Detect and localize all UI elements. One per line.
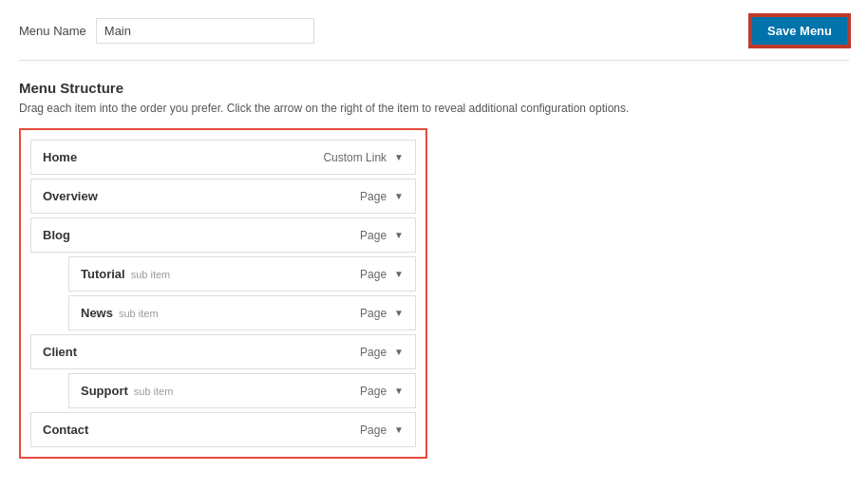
menu-item-name: Support (81, 384, 128, 398)
menu-name-left: Menu Name (19, 18, 314, 44)
chevron-down-icon[interactable]: ▼ (394, 230, 404, 240)
menu-item-type: Page (360, 268, 387, 281)
menu-item-right: Page ▼ (360, 190, 404, 203)
menu-item-name: Client (43, 345, 77, 359)
menu-item-left: Blog (43, 228, 70, 242)
menu-item-left: News sub item (81, 306, 159, 320)
menu-item-right: Page ▼ (360, 229, 404, 242)
menu-item-tutorial[interactable]: Tutorial sub item Page ▼ (68, 256, 416, 292)
menu-container: Home Custom Link ▼ Overview Page ▼ Blog (19, 128, 427, 459)
chevron-down-icon[interactable]: ▼ (394, 269, 404, 279)
menu-item-client[interactable]: Client Page ▼ (30, 334, 416, 369)
menu-item-right: Page ▼ (360, 268, 404, 281)
menu-item-news[interactable]: News sub item Page ▼ (68, 295, 416, 330)
chevron-down-icon[interactable]: ▼ (394, 424, 404, 435)
menu-item-name: News (81, 306, 113, 320)
menu-item-name: Contact (43, 423, 88, 437)
chevron-down-icon[interactable]: ▼ (394, 191, 404, 201)
menu-structure-title: Menu Structure (19, 80, 849, 96)
menu-item-support[interactable]: Support sub item Page ▼ (68, 373, 416, 408)
menu-name-label: Menu Name (19, 24, 86, 38)
menu-item-name: Home (43, 150, 77, 164)
menu-item-type: Page (360, 346, 387, 359)
menu-item-right: Custom Link ▼ (323, 151, 404, 164)
menu-item-type: Page (360, 424, 387, 437)
menu-item-overview[interactable]: Overview Page ▼ (30, 179, 416, 214)
menu-item-home[interactable]: Home Custom Link ▼ (30, 140, 416, 175)
menu-item-right: Page ▼ (360, 385, 404, 398)
chevron-down-icon[interactable]: ▼ (394, 308, 404, 318)
menu-item-type: Custom Link (323, 151, 387, 164)
menu-item-left: Support sub item (81, 384, 173, 398)
menu-item-tag: sub item (134, 386, 174, 397)
menu-item-left: Tutorial sub item (81, 267, 170, 281)
menu-item-right: Page ▼ (360, 424, 404, 437)
menu-item-left: Overview (43, 189, 98, 203)
menu-item-blog[interactable]: Blog Page ▼ (30, 217, 416, 253)
menu-item-name: Blog (43, 228, 70, 242)
menu-item-type: Page (360, 307, 387, 320)
chevron-down-icon[interactable]: ▼ (394, 152, 404, 162)
chevron-down-icon[interactable]: ▼ (394, 347, 404, 357)
save-menu-button[interactable]: Save Menu (750, 15, 849, 47)
menu-item-name: Tutorial (81, 267, 125, 281)
menu-item-right: Page ▼ (360, 346, 404, 359)
menu-item-left: Contact (43, 423, 88, 437)
chevron-down-icon[interactable]: ▼ (394, 386, 404, 396)
menu-item-tag: sub item (119, 308, 159, 319)
menu-item-tag: sub item (131, 269, 171, 280)
menu-item-type: Page (360, 229, 387, 242)
menu-item-name: Overview (43, 189, 98, 203)
menu-name-row: Menu Name Save Menu (19, 15, 849, 61)
menu-item-type: Page (360, 190, 387, 203)
menu-item-left: Home (43, 150, 77, 164)
menu-name-input[interactable] (96, 18, 314, 44)
menu-item-right: Page ▼ (360, 307, 404, 320)
menu-item-contact[interactable]: Contact Page ▼ (30, 412, 416, 447)
menu-structure-description: Drag each item into the order you prefer… (19, 102, 849, 115)
menu-item-left: Client (43, 345, 77, 359)
menu-item-type: Page (360, 385, 387, 398)
